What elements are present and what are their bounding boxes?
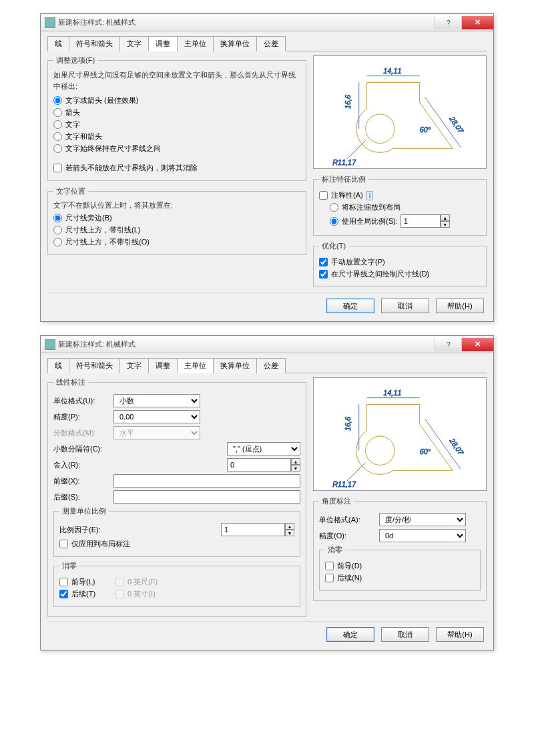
fit-radio-keep[interactable]: 文字始终保持在尺寸界线之间: [53, 144, 300, 154]
angle-zero-lead[interactable]: 前导(D): [325, 561, 475, 571]
ok-button[interactable]: 确定: [326, 299, 374, 313]
angle-zero-lead-label: 前导(D): [337, 561, 362, 571]
zero-feet-label: 0 英尺(F): [127, 577, 158, 587]
tp-beside-input[interactable]: [53, 214, 62, 222]
tab-alt[interactable]: 换算单位: [213, 36, 257, 51]
suffix-input[interactable]: [113, 490, 300, 504]
close-button[interactable]: ✕: [461, 338, 493, 351]
tab-tol[interactable]: 公差: [256, 36, 286, 51]
layout-only-input[interactable]: [59, 540, 68, 548]
fit-radio-arrows-label: 箭头: [65, 108, 80, 118]
tp-over-leader[interactable]: 尺寸线上方，带引线(L): [53, 225, 300, 235]
fit-radio-best-label: 文字或箭头 (最佳效果): [65, 96, 138, 106]
fit-radio-text-input[interactable]: [53, 120, 62, 129]
frac-format-label: 分数格式(M):: [53, 428, 113, 438]
opt-drawdim[interactable]: 在尺寸界线之间绘制尺寸线(D): [319, 269, 481, 279]
tp-over-leader-label: 尺寸线上方，带引线(L): [65, 225, 140, 235]
spin-down[interactable]: ▼: [285, 530, 294, 536]
cancel-button[interactable]: 取消: [381, 627, 429, 642]
fit-radio-arrows[interactable]: 箭头: [53, 108, 300, 118]
help-button[interactable]: ?: [435, 16, 461, 29]
svg-text:16,6: 16,6: [344, 416, 352, 431]
tp-over-leader-input[interactable]: [53, 226, 62, 234]
help-button[interactable]: 帮助(H): [436, 299, 484, 313]
spin-down[interactable]: ▼: [441, 221, 450, 228]
tab-primary[interactable]: 主单位: [177, 36, 214, 51]
factor-input[interactable]: [221, 523, 285, 536]
spin-down[interactable]: ▼: [291, 465, 300, 471]
round-input[interactable]: [227, 458, 291, 471]
unit-format-select[interactable]: 小数: [113, 394, 200, 407]
cancel-button[interactable]: 取消: [381, 299, 429, 313]
layout-only[interactable]: 仅应用到布局标注: [59, 539, 294, 549]
text-pos-group: 文字位置 文字不在默认位置上时，将其放置在: 尺寸线旁边(B) 尺寸线上方，带引…: [47, 186, 306, 255]
tp-over-noleader-label: 尺寸线上方，不带引线(O): [65, 237, 150, 247]
tab-text[interactable]: 文字: [119, 36, 149, 51]
spin-up[interactable]: ▲: [291, 458, 300, 465]
tp-beside[interactable]: 尺寸线旁边(B): [53, 213, 300, 223]
scale-annotative-input[interactable]: [319, 191, 328, 200]
linear-group: 线性标注 单位格式(U):小数 精度(P):0.00 分数格式(M):水平 小数…: [47, 377, 306, 617]
fit-radio-both-input[interactable]: [53, 132, 62, 141]
scale-legend: 标注特征比例: [319, 174, 368, 184]
scale-layout[interactable]: 将标注缩放到布局: [330, 202, 481, 212]
scale-global-value[interactable]: [400, 214, 441, 228]
fit-radio-best[interactable]: 文字或箭头 (最佳效果): [53, 96, 300, 106]
svg-text:14,11: 14,11: [383, 67, 401, 75]
tab-fit[interactable]: 调整: [148, 358, 178, 373]
scale-annotative[interactable]: 注释性(A) i: [319, 190, 481, 200]
tab-symbols[interactable]: 符号和箭头: [69, 358, 120, 373]
dec-sep-select[interactable]: "," (逗点): [227, 442, 300, 455]
fit-radio-text[interactable]: 文字: [53, 120, 300, 130]
text-pos-intro: 文字不在默认位置上时，将其放置在:: [53, 200, 300, 210]
tab-line[interactable]: 线: [47, 36, 69, 51]
tab-bar: 线 符号和箭头 文字 调整 主单位 换算单位 公差: [47, 357, 487, 373]
zero-lead[interactable]: 前导(L): [59, 577, 95, 587]
tp-over-noleader[interactable]: 尺寸线上方，不带引线(O): [53, 237, 300, 247]
close-button[interactable]: ✕: [461, 16, 493, 29]
angle-zero-lead-input[interactable]: [325, 562, 334, 570]
optimize-group: 优化(T) 手动放置文字(P) 在尺寸界线之间绘制尺寸线(D): [313, 241, 487, 287]
opt-drawdim-input[interactable]: [319, 270, 328, 278]
help-button[interactable]: 帮助(H): [436, 627, 484, 642]
fit-radio-best-input[interactable]: [53, 96, 62, 105]
fit-suppress-arrows[interactable]: 若箭头不能放在尺寸界线内，则将其消除: [53, 163, 300, 173]
opt-manual-input[interactable]: [319, 258, 328, 266]
scale-global[interactable]: 使用全局比例(S):: [330, 216, 398, 226]
dialog-primary-units: 新建标注样式: 机械样式 ? ✕ 线 符号和箭头 文字 调整 主单位 换算单位 …: [40, 335, 494, 650]
tab-fit[interactable]: 调整: [148, 36, 178, 51]
fit-suppress-arrows-label: 若箭头不能放在尺寸界线内，则将其消除: [65, 163, 198, 173]
fit-radio-arrows-input[interactable]: [53, 108, 62, 117]
tp-beside-label: 尺寸线旁边(B): [65, 213, 112, 223]
tab-tol[interactable]: 公差: [256, 358, 286, 373]
zero-trail[interactable]: 后续(T): [59, 589, 95, 599]
tab-line[interactable]: 线: [47, 358, 69, 373]
fit-suppress-arrows-input[interactable]: [53, 164, 62, 172]
spin-up[interactable]: ▲: [441, 214, 450, 221]
scale-global-input[interactable]: [330, 217, 338, 226]
ok-button[interactable]: 确定: [326, 627, 374, 642]
angle-zero-trail[interactable]: 后续(N): [325, 573, 475, 583]
tab-alt[interactable]: 换算单位: [213, 358, 257, 373]
tab-text[interactable]: 文字: [119, 358, 149, 373]
spin-up[interactable]: ▲: [285, 523, 294, 530]
angle-zero-trail-input[interactable]: [325, 574, 334, 582]
fit-radio-keep-input[interactable]: [53, 144, 62, 153]
zero-lead-input[interactable]: [59, 578, 68, 586]
tab-symbols[interactable]: 符号和箭头: [69, 36, 120, 51]
scale-layout-input[interactable]: [330, 203, 338, 212]
help-button[interactable]: ?: [435, 338, 461, 351]
meas-scale-legend: 测量单位比例: [59, 506, 109, 516]
fit-radio-both[interactable]: 文字和箭头: [53, 132, 300, 142]
tp-over-noleader-input[interactable]: [53, 238, 62, 246]
precision-select[interactable]: 0.00: [113, 410, 200, 423]
scale-annotative-label: 注释性(A): [331, 190, 363, 200]
prefix-input[interactable]: [113, 474, 300, 488]
tab-primary[interactable]: 主单位: [177, 358, 214, 373]
angle-prec-select[interactable]: 0d: [379, 529, 466, 542]
round-label: 舍入(R):: [53, 460, 113, 470]
opt-drawdim-label: 在尺寸界线之间绘制尺寸线(D): [331, 269, 429, 279]
opt-manual[interactable]: 手动放置文字(P): [319, 257, 481, 267]
zero-trail-input[interactable]: [59, 590, 68, 598]
angle-unit-select[interactable]: 度/分/秒: [379, 513, 466, 526]
